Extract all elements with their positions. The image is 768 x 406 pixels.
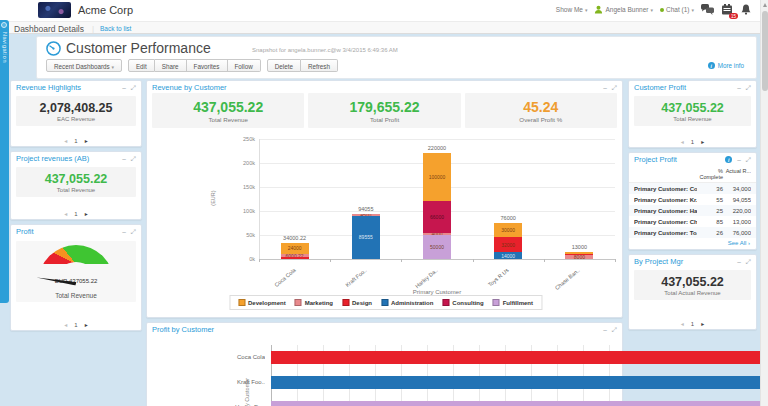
bar-segment[interactable] [271,351,768,364]
resize-icon[interactable]: ⤢ [612,85,617,91]
next-page-icon[interactable]: ▸ [85,210,88,217]
bar-segment[interactable]: 8000 [565,255,593,259]
legend-item[interactable]: Design [342,299,372,306]
bar-total-label: 13000 [549,244,609,250]
bar-segment[interactable]: 4500 [352,214,380,216]
action-button-group: Edit Share Favorites Follow [128,59,261,72]
resize-icon[interactable]: ⤢ [131,85,136,91]
table-row[interactable]: Primary Customer: Ha... 25 220,00 [629,205,756,216]
dashboard-header-card: Customer Performance Snapshot for angela… [36,36,757,79]
pagination: ◂ 1 ▸ [11,321,141,328]
axis-tick [401,259,402,262]
bar-segment[interactable]: 4000 [423,233,451,235]
bar-segment[interactable]: 6000.22 [281,254,309,257]
follow-button[interactable]: Follow [228,59,261,72]
minimize-icon[interactable]: – [737,85,741,91]
y-axis-category-label: Kraft Foo.. [205,379,265,385]
show-me-menu[interactable]: Show Me ▾ [556,6,588,13]
messages-icon[interactable] [701,4,714,15]
legend-item[interactable]: Administration [381,299,433,306]
navigation-side-tab[interactable]: Navigation [0,20,9,303]
navigation-toggle-icon[interactable] [1,22,7,28]
minimize-icon[interactable]: – [122,85,126,91]
vertical-scrollbar[interactable] [760,0,768,406]
avatar [594,5,603,14]
next-page-icon[interactable]: ▸ [85,321,88,328]
legend-swatch [381,299,388,306]
chevron-down-icon: ▾ [585,7,588,13]
minimize-icon[interactable]: – [603,85,607,91]
bar-segment[interactable]: 14000 [494,252,522,259]
prev-page-icon[interactable]: ◂ [64,137,67,144]
prev-page-icon[interactable]: ◂ [681,320,684,327]
recent-dashboards-button[interactable]: Recent Dashboards ▾ [46,59,122,72]
user-menu[interactable]: Angela Bunner ▾ [594,5,653,14]
project-profit-table: % Complete Actual R... Primary Customer:… [629,166,756,238]
see-all-link[interactable]: See All › [629,238,756,248]
bar-segment[interactable] [281,257,309,259]
more-info-link[interactable]: i More info [708,62,744,69]
next-page-icon[interactable]: ▸ [701,320,704,327]
info-icon[interactable]: i [725,156,732,163]
panel-customer-profit: Customer Profit – ⤢ 437,055.22 Total Rev… [628,80,757,148]
table-row[interactable]: Primary Customer: Co... 36 34,000 [629,183,756,194]
pagination: ◂ 1 ▸ [629,138,756,145]
bar-segment[interactable]: 89555 [352,216,380,259]
panel-project-profit: Project Profit i – ⤢ % Complete Actual R… [628,152,757,250]
y-axis-tick-label: 250k [223,136,255,143]
minimize-icon[interactable]: – [603,327,607,333]
share-button[interactable]: Share [155,59,187,72]
legend-item[interactable]: Fulfillment [493,299,533,306]
divider: | [92,24,94,33]
y-axis-category-label: Coca Cola [205,354,265,360]
bar-segment[interactable] [271,401,768,406]
back-to-list-link[interactable]: Back to list [100,25,131,32]
y-axis-line [259,139,260,259]
bar-segment[interactable]: 53555 [271,376,768,389]
chart-legend: Development Marketing Design Administrat… [229,295,542,310]
chat-menu[interactable]: Chat (1) ▾ [660,6,694,13]
scroll-up-icon[interactable] [763,3,767,7]
resize-icon[interactable]: ⤢ [131,229,136,235]
panel-profit-by-customer: Profit by Customer – ⤢ Primary CustomerC… [146,322,623,406]
delete-button[interactable]: Delete [267,59,301,72]
bar-segment[interactable]: 24000 [281,243,309,255]
minimize-icon[interactable]: – [737,259,741,265]
bar-segment[interactable]: 32000 [494,237,522,252]
prev-page-icon[interactable]: ◂ [64,210,67,217]
bar-total-label: 34000.22 [265,235,325,241]
next-page-icon[interactable]: ▸ [85,137,88,144]
alerts-bell-icon[interactable] [741,4,754,15]
minimize-icon[interactable]: – [122,156,126,162]
next-page-icon[interactable]: ▸ [701,138,704,145]
table-row[interactable]: Primary Customer: Kr... 55 94,055 [629,194,756,205]
resize-icon[interactable]: ⤢ [746,157,751,163]
bar-segment[interactable]: 50000 [423,235,451,259]
bar-segment[interactable] [565,254,593,255]
column-actual-revenue: Actual R... [723,168,751,180]
horizontal-stacked-bar-chart: Primary CustomerCoca Cola6550.22Kraft Fo… [147,337,624,406]
favorites-button[interactable]: Favorites [187,59,228,72]
bar-segment[interactable] [565,252,593,254]
edit-button[interactable]: Edit [128,59,155,72]
table-row[interactable]: Primary Customer: To... 26 76,000 [629,227,756,238]
bar-segment[interactable]: 100000 [423,153,451,201]
tasks-icon[interactable]: 15 [721,4,734,15]
legend-swatch [493,299,500,306]
refresh-button[interactable]: Refresh [301,59,338,72]
grid-line [259,139,615,140]
prev-page-icon[interactable]: ◂ [681,138,684,145]
bar-segment[interactable]: 66000 [423,201,451,233]
resize-icon[interactable]: ⤢ [131,156,136,162]
resize-icon[interactable]: ⤢ [746,85,751,91]
resize-icon[interactable]: ⤢ [612,327,617,333]
minimize-icon[interactable]: – [737,157,741,163]
resize-icon[interactable]: ⤢ [746,259,751,265]
table-row[interactable]: Primary Customer: Ch... 85 13,000 [629,216,756,227]
scrollbar-thumb[interactable] [762,11,768,91]
legend-swatch [342,299,349,306]
x-axis-title: Primary Customer [259,289,615,295]
minimize-icon[interactable]: – [122,229,126,235]
bar-segment[interactable]: 30000 [494,223,522,237]
prev-page-icon[interactable]: ◂ [64,321,67,328]
